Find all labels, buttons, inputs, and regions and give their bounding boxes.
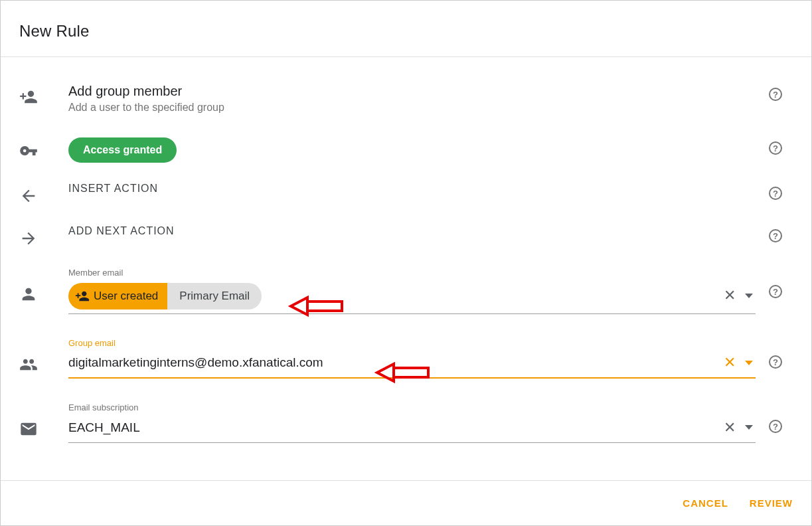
action-row: Add group member Add a user to the speci… bbox=[1, 84, 811, 137]
member-email-label: Member email bbox=[68, 268, 756, 278]
access-granted-badge[interactable]: Access granted bbox=[68, 137, 177, 163]
group-icon bbox=[17, 338, 68, 374]
group-email-field[interactable]: Group email ✕ bbox=[68, 338, 756, 379]
help-icon[interactable]: ? bbox=[769, 285, 782, 298]
insert-action-row[interactable]: INSERT ACTION ? bbox=[1, 183, 811, 225]
arrow-right-icon bbox=[17, 225, 68, 248]
dialog-content[interactable]: Add group member Add a user to the speci… bbox=[1, 57, 811, 477]
group-email-label: Group email bbox=[68, 338, 756, 348]
person-add-icon bbox=[75, 289, 90, 304]
clear-icon[interactable]: ✕ bbox=[721, 419, 738, 436]
insert-action-label: INSERT ACTION bbox=[68, 183, 756, 195]
email-subscription-field[interactable]: Email subscription EACH_MAIL ✕ bbox=[68, 402, 756, 443]
member-email-chip[interactable]: User created Primary Email bbox=[68, 283, 262, 309]
member-email-field[interactable]: Member email User created Primary Email bbox=[68, 268, 756, 314]
person-icon bbox=[17, 268, 68, 304]
add-member-icon bbox=[17, 84, 68, 106]
group-email-input[interactable] bbox=[68, 353, 721, 373]
action-body: Add group member Add a user to the speci… bbox=[68, 84, 756, 114]
dropdown-icon[interactable] bbox=[745, 425, 753, 430]
chip-user-created: User created bbox=[68, 283, 167, 309]
help-icon[interactable]: ? bbox=[769, 141, 782, 155]
review-button[interactable]: REVIEW bbox=[750, 497, 793, 509]
help-icon[interactable]: ? bbox=[769, 420, 782, 433]
clear-icon[interactable]: ✕ bbox=[721, 354, 738, 371]
add-next-action-row[interactable]: ADD NEXT ACTION ? bbox=[1, 225, 811, 268]
dialog-header: New Rule bbox=[1, 1, 811, 56]
mail-icon bbox=[17, 402, 68, 438]
cancel-button[interactable]: CANCEL bbox=[683, 497, 728, 509]
content-wrap: Add group member Add a user to the speci… bbox=[1, 57, 811, 477]
help-wrap: ? bbox=[756, 84, 795, 101]
insert-action-body: INSERT ACTION bbox=[68, 183, 756, 195]
clear-icon[interactable]: ✕ bbox=[721, 287, 738, 304]
group-email-row: Group email ✕ ? bbox=[1, 338, 811, 402]
help-icon[interactable]: ? bbox=[769, 355, 782, 369]
access-row: Access granted ? bbox=[1, 137, 811, 183]
dialog-footer: CANCEL REVIEW bbox=[1, 480, 811, 525]
help-icon[interactable]: ? bbox=[769, 187, 782, 200]
arrow-left-icon bbox=[17, 183, 68, 205]
action-subtitle: Add a user to the specified group bbox=[68, 102, 756, 114]
key-icon bbox=[17, 137, 68, 160]
email-subscription-value: EACH_MAIL bbox=[68, 418, 721, 438]
dropdown-icon[interactable] bbox=[745, 361, 753, 365]
dialog-title: New Rule bbox=[19, 22, 793, 41]
dropdown-icon[interactable] bbox=[745, 294, 753, 298]
chip-secondary-label: Primary Email bbox=[167, 283, 262, 309]
action-title: Add group member bbox=[68, 84, 756, 99]
access-body: Access granted bbox=[68, 137, 756, 163]
add-next-action-label: ADD NEXT ACTION bbox=[68, 225, 756, 237]
email-subscription-row: Email subscription EACH_MAIL ✕ ? bbox=[1, 402, 811, 467]
email-subscription-label: Email subscription bbox=[68, 402, 756, 412]
help-icon[interactable]: ? bbox=[769, 88, 782, 101]
member-email-row: Member email User created Primary Email bbox=[1, 268, 811, 338]
chip-primary-label: User created bbox=[94, 290, 158, 303]
new-rule-dialog: New Rule Add group member Add a user to … bbox=[0, 0, 812, 526]
help-icon[interactable]: ? bbox=[769, 229, 782, 242]
